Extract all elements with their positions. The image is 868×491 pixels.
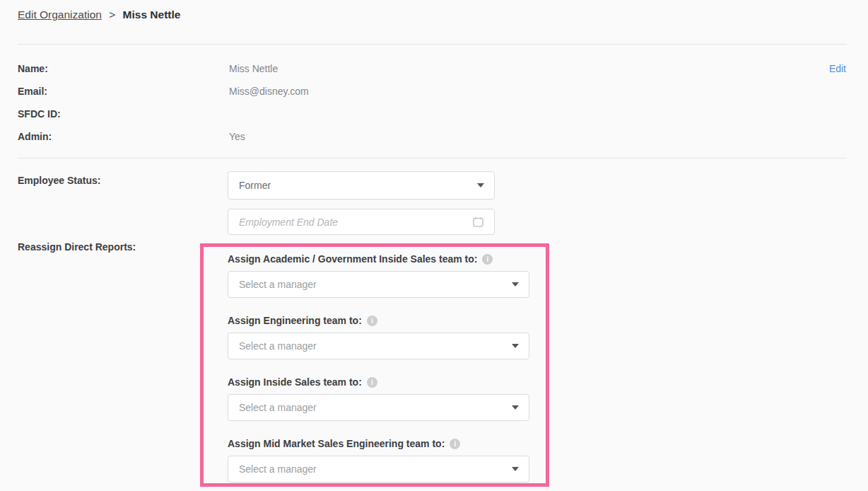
assign-team-label-text: Assign Inside Sales team to:	[228, 376, 362, 388]
field-row-name: Name: Miss Nettle	[18, 63, 826, 86]
calendar-icon[interactable]	[472, 216, 484, 228]
employee-status-selected-value: Former	[239, 180, 271, 191]
field-row-email: Email: Miss@disney.com	[18, 86, 826, 108]
chevron-down-icon	[512, 282, 519, 287]
info-icon[interactable]: i	[450, 439, 460, 449]
chevron-down-icon	[512, 467, 519, 471]
assign-team-label-text: Assign Academic / Government Inside Sale…	[228, 253, 477, 265]
manager-select-placeholder: Select a manager	[239, 279, 317, 290]
manager-select[interactable]: Select a manager	[228, 271, 529, 298]
assign-team-label: Assign Academic / Government Inside Sale…	[228, 252, 546, 266]
edit-organization-page: Edit Organization > Miss Nettle Edit Nam…	[0, 0, 868, 491]
assign-group-mid-market-sales-engineering: Assign Mid Market Sales Engineering team…	[228, 437, 546, 483]
manager-select[interactable]: Select a manager	[228, 333, 529, 359]
chevron-down-icon	[512, 405, 519, 410]
manager-select[interactable]: Select a manager	[228, 456, 529, 483]
edit-profile-link[interactable]: Edit	[829, 63, 846, 74]
employment-end-date-placeholder: Employment End Date	[239, 216, 338, 228]
assign-group-inside-sales: Assign Inside Sales team to: i Select a …	[228, 375, 546, 421]
info-icon[interactable]: i	[367, 316, 377, 326]
info-icon[interactable]: i	[367, 377, 377, 388]
field-row-sfdc-id: SFDC ID:	[18, 108, 826, 131]
assign-team-label: Assign Engineering team to: i	[228, 313, 546, 328]
admin-label: Admin:	[18, 131, 229, 142]
manager-select-placeholder: Select a manager	[239, 402, 317, 413]
breadcrumb-link-edit-organization[interactable]: Edit Organization	[18, 8, 102, 21]
assign-team-label: Assign Inside Sales team to: i	[228, 375, 546, 389]
manager-select[interactable]: Select a manager	[228, 394, 529, 421]
sfdc-id-label: SFDC ID:	[18, 108, 229, 120]
chevron-down-icon	[512, 344, 519, 348]
field-row-admin: Admin: Yes	[18, 131, 826, 154]
manager-select-placeholder: Select a manager	[239, 340, 317, 352]
employment-end-date-input[interactable]: Employment End Date	[228, 209, 495, 235]
section-divider-middle	[18, 158, 847, 158]
name-label: Name:	[18, 63, 229, 74]
manager-select-placeholder: Select a manager	[239, 463, 317, 475]
employee-status-select[interactable]: Former	[228, 171, 495, 200]
breadcrumb-separator: >	[109, 8, 115, 21]
chevron-down-icon	[477, 183, 484, 187]
breadcrumb: Edit Organization > Miss Nettle	[18, 8, 180, 21]
admin-value: Yes	[229, 131, 245, 142]
assign-team-label-text: Assign Engineering team to:	[228, 315, 362, 326]
reassign-highlight-box: Assign Academic / Government Inside Sale…	[200, 243, 549, 487]
employee-status-label: Employee Status:	[18, 175, 100, 186]
assign-team-label-text: Assign Mid Market Sales Engineering team…	[228, 438, 445, 449]
section-divider-top	[18, 44, 847, 45]
info-icon[interactable]: i	[482, 254, 493, 265]
email-label: Email:	[18, 86, 229, 97]
email-value: Miss@disney.com	[229, 86, 309, 97]
profile-info-section: Name: Miss Nettle Email: Miss@disney.com…	[18, 63, 826, 154]
assign-team-label: Assign Mid Market Sales Engineering team…	[228, 437, 546, 451]
assign-group-engineering: Assign Engineering team to: i Select a m…	[228, 313, 546, 359]
assign-group-academic-government-inside-sales: Assign Academic / Government Inside Sale…	[228, 252, 546, 298]
reassign-direct-reports-label: Reassign Direct Reports:	[18, 241, 136, 253]
name-value: Miss Nettle	[229, 63, 278, 74]
breadcrumb-current-user: Miss Nettle	[123, 8, 181, 21]
